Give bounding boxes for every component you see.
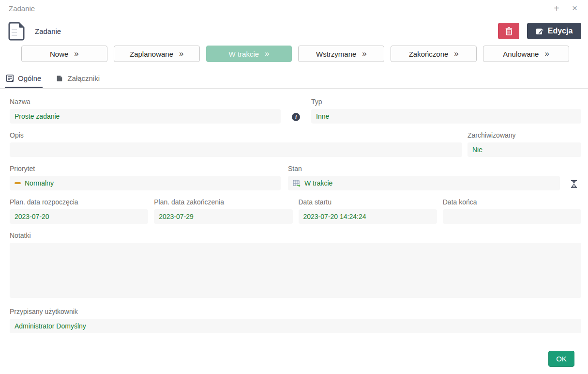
typ-field[interactable]: Inne bbox=[311, 109, 581, 124]
priorytet-field[interactable]: Normalny bbox=[10, 176, 281, 190]
notatki-textarea[interactable] bbox=[10, 243, 581, 298]
field-label: Przypisany użytkownik bbox=[10, 308, 581, 315]
double-chevron-icon: » bbox=[544, 49, 549, 59]
header: Zadanie Edycja bbox=[0, 16, 588, 44]
close-icon[interactable]: × bbox=[569, 3, 580, 13]
field-label: Data startu bbox=[299, 198, 437, 206]
field-value: Nie bbox=[472, 146, 482, 154]
footer: OK bbox=[10, 333, 581, 367]
form-icon bbox=[6, 75, 14, 82]
field-label: Plan. data zakończenia bbox=[154, 198, 292, 206]
field-label: Notatki bbox=[10, 232, 581, 239]
field-group-przypisany-uzytkownik: Przypisany użytkownik Administrator Domy… bbox=[10, 308, 581, 333]
opis-field[interactable] bbox=[10, 142, 462, 157]
edit-pencil-icon bbox=[536, 27, 543, 35]
double-chevron-icon: » bbox=[265, 49, 269, 59]
state-grid-arrow-icon bbox=[293, 180, 301, 187]
field-group-typ: Typ Inne bbox=[311, 98, 581, 124]
workflow-button-label: Nowe bbox=[50, 50, 68, 58]
field-group-nazwa: Nazwa Proste zadanie bbox=[10, 98, 281, 124]
workflow-button-label: Zaplanowane bbox=[130, 50, 173, 58]
plan-data-zakonczenia-field[interactable]: 2023-07-29 bbox=[154, 209, 292, 224]
edit-button-label: Edycja bbox=[548, 27, 573, 35]
workflow-button-zakonczone[interactable]: Zakończone » bbox=[391, 46, 477, 62]
priority-normal-icon bbox=[15, 182, 21, 184]
workflow-button-wstrzymane[interactable]: Wstrzymane » bbox=[298, 46, 384, 62]
data-startu-field[interactable]: 2023-07-20 14:24:24 bbox=[299, 209, 437, 224]
tab-ogolne[interactable]: Ogólne bbox=[5, 71, 43, 88]
field-group-notatki: Notatki bbox=[10, 232, 581, 300]
workflow-button-anulowane[interactable]: Anulowane » bbox=[483, 46, 569, 62]
field-value: Administrator Domyślny bbox=[15, 322, 86, 330]
ok-button[interactable]: OK bbox=[548, 351, 574, 367]
tab-label: Ogólne bbox=[18, 74, 41, 82]
window-title: Zadanie bbox=[9, 4, 35, 13]
workflow-button-w-trakcie[interactable]: W trakcie » bbox=[206, 46, 292, 62]
field-label: Stan bbox=[288, 165, 560, 172]
field-group-stan: Stan W trakcie bbox=[288, 165, 560, 190]
delete-button[interactable] bbox=[498, 23, 519, 39]
data-konca-field[interactable] bbox=[443, 209, 581, 224]
double-chevron-icon: » bbox=[454, 49, 458, 59]
field-label: Priorytet bbox=[10, 165, 281, 172]
workflow-bar: Nowe » Zaplanowane » W trakcie » Wstrzym… bbox=[0, 44, 588, 62]
field-label: Opis bbox=[10, 131, 462, 139]
field-group-plan-data-zakonczenia: Plan. data zakończenia 2023-07-29 bbox=[154, 198, 292, 224]
field-group-zarchiwizowany: Zarchiwizowany Nie bbox=[467, 131, 581, 157]
zarchiwizowany-field[interactable]: Nie bbox=[467, 142, 581, 157]
field-value: Normalny bbox=[25, 179, 54, 187]
field-group-plan-data-rozpoczecia: Plan. data rozpoczęcia 2023-07-20 bbox=[10, 198, 148, 224]
field-label: Zarchiwizowany bbox=[467, 131, 581, 139]
plan-data-rozpoczecia-field[interactable]: 2023-07-20 bbox=[10, 209, 148, 224]
field-group-data-konca: Data końca bbox=[443, 198, 581, 224]
field-value: 2023-07-20 14:24:24 bbox=[303, 213, 366, 220]
przypisany-uzytkownik-field[interactable]: Administrator Domyślny bbox=[10, 319, 581, 333]
task-document-icon bbox=[8, 21, 25, 41]
workflow-button-label: Zakończone bbox=[409, 50, 449, 58]
workflow-button-nowe[interactable]: Nowe » bbox=[21, 46, 107, 62]
attachment-file-icon bbox=[57, 75, 63, 82]
double-chevron-icon: » bbox=[362, 49, 366, 59]
double-chevron-icon: » bbox=[74, 49, 78, 59]
double-chevron-icon: » bbox=[179, 49, 183, 59]
stan-field[interactable]: W trakcie bbox=[288, 176, 560, 190]
field-value: W trakcie bbox=[304, 179, 332, 187]
workflow-button-label: Anulowane bbox=[503, 50, 539, 58]
add-icon[interactable]: + bbox=[551, 3, 562, 13]
tab-label: Załączniki bbox=[67, 74, 100, 82]
window-titlebar: Zadanie + × bbox=[0, 0, 588, 16]
tab-bar: Ogólne Załączniki bbox=[0, 71, 588, 89]
field-group-opis: Opis bbox=[10, 131, 462, 157]
field-label: Plan. data rozpoczęcia bbox=[10, 198, 148, 206]
tab-zalaczniki[interactable]: Załączniki bbox=[55, 71, 101, 88]
field-value: 2023-07-29 bbox=[159, 213, 194, 220]
field-label: Typ bbox=[311, 98, 581, 106]
workflow-button-label: W trakcie bbox=[229, 50, 259, 58]
field-value: Proste zadanie bbox=[15, 112, 60, 120]
workflow-button-label: Wstrzymane bbox=[316, 50, 356, 58]
field-value: 2023-07-20 bbox=[15, 213, 49, 220]
field-group-priorytet: Priorytet Normalny bbox=[10, 165, 281, 190]
field-label: Nazwa bbox=[10, 98, 281, 106]
entity-label: Zadanie bbox=[35, 27, 61, 35]
hourglass-icon[interactable] bbox=[571, 180, 577, 188]
workflow-button-zaplanowane[interactable]: Zaplanowane » bbox=[114, 46, 200, 62]
field-group-data-startu: Data startu 2023-07-20 14:24:24 bbox=[299, 198, 437, 224]
edit-button[interactable]: Edycja bbox=[527, 23, 581, 39]
info-icon[interactable]: i bbox=[292, 113, 300, 121]
field-value: Inne bbox=[316, 112, 329, 120]
field-label: Data końca bbox=[443, 198, 581, 206]
form: Nazwa Proste zadanie i Typ Inne Opis Zar… bbox=[0, 89, 588, 367]
ok-button-label: OK bbox=[556, 355, 567, 363]
nazwa-field[interactable]: Proste zadanie bbox=[10, 109, 281, 124]
trash-icon bbox=[505, 27, 513, 35]
